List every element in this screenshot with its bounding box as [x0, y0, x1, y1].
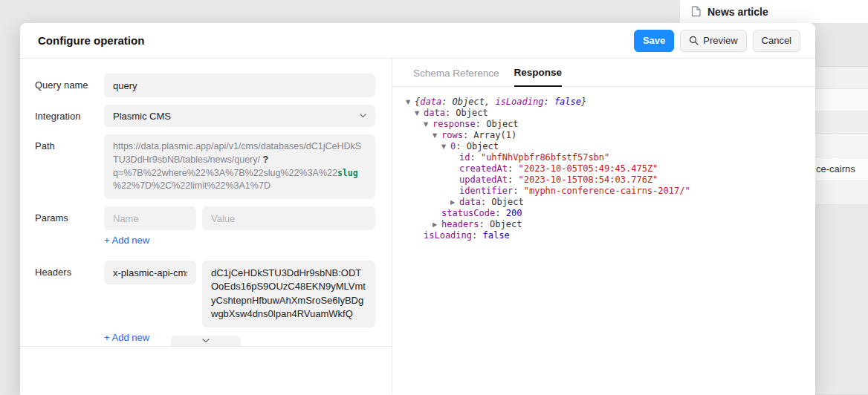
header-pair: dC1jCeHDkSTU3DdHr9sbNB:ODTOoEds16pS9OUzC… [104, 261, 375, 327]
tree-token-key: headers [441, 219, 479, 229]
tree-token-str: "uhfNhVpbfr86bfstf57sbn" [481, 152, 609, 163]
param-name-input[interactable] [104, 206, 196, 230]
collapse-arrow-icon[interactable]: ▼ [424, 119, 433, 130]
tree-token-key: isLoading [424, 230, 472, 241]
background-row [815, 111, 868, 134]
tree-token-obj: Object [491, 197, 523, 207]
tree-token-bool: false [482, 230, 509, 241]
headers-add-new-link[interactable]: + Add new [104, 332, 149, 343]
tree-row: identifier: "myphn-conference-cairns-201… [406, 186, 809, 197]
tree-row: ▶headers: Object [406, 219, 809, 230]
cancel-button[interactable]: Cancel [753, 30, 800, 52]
tree-token-key: data [420, 97, 441, 107]
params-label: Params [35, 206, 104, 253]
params-add-new-link[interactable]: + Add new [104, 235, 149, 246]
chevron-down-icon [202, 339, 210, 343]
path-slug-token: slug [337, 168, 358, 178]
preview-button[interactable]: Preview [680, 30, 746, 52]
tree-token-key: id [459, 152, 470, 163]
background-row [815, 134, 868, 157]
collapse-arrow-icon[interactable]: ▼ [441, 141, 450, 152]
header-key-input[interactable] [104, 261, 196, 284]
save-button[interactable]: Save [634, 30, 674, 52]
params-row: Params + Add new [35, 206, 375, 253]
operation-form: Query name Integration Plasmic CMS [20, 59, 392, 394]
background-row [815, 205, 868, 395]
background-row [815, 89, 868, 111]
tree-token-obj: Array(1) [473, 130, 516, 140]
tree-token-key: isLoading [495, 97, 543, 107]
tree-token-plain: , [485, 97, 495, 107]
headers-label: Headers [35, 261, 104, 350]
path-label: Path [35, 134, 104, 199]
tree-row: createdAt: "2023-10-05T05:49:45.475Z" [406, 163, 809, 174]
tab-schema-reference[interactable]: Schema Reference [413, 68, 499, 86]
tree-row: ▼0: Object [406, 141, 809, 152]
tree-token-plain: : [456, 141, 466, 151]
tree-token-plain: : [445, 108, 456, 118]
path-segment: %22%7D%2C%22limit%22%3A1%7D [113, 180, 271, 191]
background-row [815, 181, 868, 205]
query-name-field [104, 74, 375, 97]
tree-token-plain: : [513, 186, 523, 196]
collapse-arrow-icon[interactable]: ▼ [406, 97, 415, 108]
path-segment: q=%7B%22where%22%3A%7B%22slug%22%3A%22 [113, 168, 337, 178]
path-row: Path https://data.plasmic.app/api/v1/cms… [35, 134, 375, 199]
tab-response[interactable]: Response [514, 67, 563, 87]
tree-row: ▼{data: Object, isLoading: false} [406, 97, 809, 108]
tree-token-key: identifier [459, 186, 513, 196]
result-pane: Schema Reference Response ▼{data: Object… [392, 59, 815, 394]
param-pair [104, 206, 375, 230]
collapse-arrow-icon[interactable]: ▼ [433, 130, 441, 141]
tree-token-num: 200 [506, 208, 522, 218]
result-tabs: Schema Reference Response [392, 59, 815, 87]
document-icon [691, 6, 701, 17]
tree-token-obj: Object [456, 108, 488, 118]
tree-row: ▼rows: Array(1) [406, 130, 809, 141]
expand-arrow-icon[interactable]: ▶ [433, 219, 441, 230]
tree-token-key: updatedAt [459, 174, 508, 185]
background-row [815, 23, 868, 67]
tree-token-key: rows [441, 130, 463, 140]
integration-select[interactable]: Plasmic CMS [104, 105, 375, 127]
search-icon [689, 36, 699, 45]
tree-token-str: "2023-10-15T08:54:03.776Z" [518, 174, 658, 185]
collapse-section-button[interactable] [171, 336, 241, 346]
tree-token-key: response [433, 119, 476, 129]
collapse-arrow-icon[interactable]: ▼ [415, 108, 424, 119]
tree-token-str: "myphn-conference-cairns-2017/" [524, 186, 690, 196]
path-segment: ? [262, 154, 268, 165]
tree-token-obj: Object [453, 97, 485, 107]
background-row: ce-cairns [815, 157, 868, 181]
tree-token-key: data [424, 108, 445, 118]
header-value-input[interactable]: dC1jCeHDkSTU3DdHr9sbNB:ODTOoEds16pS9OUzC… [202, 261, 375, 327]
params-field: + Add new [104, 206, 375, 253]
tree-token-plain: : [472, 230, 482, 241]
background-table-rows: ce-cairns [815, 23, 868, 395]
integration-row: Integration Plasmic CMS [35, 105, 375, 127]
section-divider [20, 346, 392, 347]
tree-token-plain: : [476, 119, 486, 129]
tree-row: updatedAt: "2023-10-15T08:54:03.776Z" [406, 174, 809, 186]
tree-row: ▼response: Object [406, 119, 809, 130]
expand-arrow-icon[interactable]: ▶ [450, 197, 459, 208]
tree-token-key: data [459, 197, 481, 207]
tree-token-plain: : [495, 208, 505, 218]
configure-operation-dialog: Configure operation Save Preview Cancel … [20, 23, 815, 395]
tree-token-plain: : [463, 130, 473, 140]
tree-token-obj: Object [467, 141, 499, 151]
header-actions: Save Preview Cancel [634, 30, 800, 52]
tree-token-str: "2023-10-05T05:49:45.475Z" [518, 163, 658, 174]
tree-token-bool: false [554, 97, 581, 107]
tree-row: isLoading: false [406, 230, 809, 241]
query-name-input[interactable] [104, 74, 375, 97]
tree-token-plain: : [543, 97, 554, 107]
preview-button-label: Preview [703, 36, 737, 45]
param-value-input[interactable] [202, 206, 375, 230]
integration-label: Integration [35, 105, 104, 127]
tree-token-obj: Object [490, 219, 522, 229]
tree-row: statusCode: 200 [406, 208, 809, 219]
tree-row: ▼data: Object [406, 108, 809, 119]
query-name-label: Query name [35, 74, 104, 97]
tree-token-key: statusCode [441, 208, 495, 218]
